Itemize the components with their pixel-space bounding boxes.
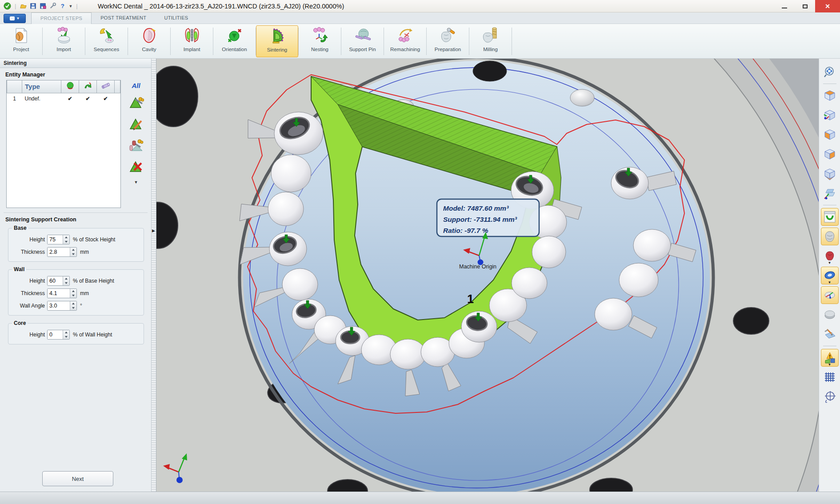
view-bottom-button[interactable] <box>821 165 839 183</box>
volume-tooltip: Model: 7487.60 mm³ Support: -7311.94 mm³… <box>437 199 539 236</box>
help-icon[interactable]: ? <box>59 2 66 10</box>
core-height-input[interactable] <box>48 330 63 339</box>
view-left-button[interactable] <box>821 126 839 144</box>
core-group: Core Height % of Wall Height <box>8 320 144 344</box>
stock-display-button[interactable]: ▼ <box>821 267 839 284</box>
select-all-link[interactable]: All <box>132 82 140 89</box>
ribbon-tabbar: ▼ PROJECT STEPS POST TREATMENT UTILITIES <box>0 12 840 24</box>
origin-display-button[interactable] <box>821 286 839 304</box>
sintering-icon <box>268 27 286 45</box>
ribbon-item-support-pin[interactable]: Support Pin <box>341 25 384 57</box>
divider <box>823 84 836 84</box>
open-folder-icon[interactable] <box>20 2 27 10</box>
blank-disc-icon <box>823 308 836 321</box>
ribbon-item-import[interactable]: Import <box>43 25 85 57</box>
ribbon-item-sequences[interactable]: Sequences <box>85 25 128 57</box>
titlebar: | ? ▼ | WorkNC Dental _ 2014-06-13-zir23… <box>0 0 840 12</box>
visibility-check[interactable]: ✔ <box>61 93 79 104</box>
wall-angle-input[interactable] <box>48 301 70 310</box>
show-model-button[interactable] <box>821 228 839 245</box>
ribbon-item-orientation[interactable]: Orientation <box>213 25 256 57</box>
wall-angle-stepper[interactable] <box>70 301 76 310</box>
compass-display-button[interactable] <box>821 388 839 406</box>
next-button[interactable]: Next <box>42 471 113 486</box>
support-pin-tools-button[interactable] <box>128 137 144 153</box>
support-column-header[interactable] <box>79 80 97 93</box>
tab-utilities[interactable]: UTILITIES <box>155 12 197 24</box>
panel-splitter[interactable]: ▶ <box>151 59 156 492</box>
collision-check-button[interactable]: ▼ <box>821 349 839 367</box>
blank-display-button[interactable] <box>821 306 839 324</box>
show-stock-button[interactable]: ▼ <box>821 247 839 265</box>
view-top-button[interactable] <box>821 87 839 104</box>
wall-thickness-input[interactable] <box>48 289 70 298</box>
separator: | <box>13 3 17 9</box>
entity-manager-title: Entity Manager <box>5 72 151 78</box>
ribbon-item-milling[interactable]: Milling <box>469 25 512 57</box>
entity-row-type: Undef. <box>22 93 61 104</box>
entity-table[interactable]: Type 1 Undef. ✔ ✔ <box>6 80 121 208</box>
wall-height-stepper[interactable] <box>63 276 69 285</box>
chevron-down-icon[interactable]: ▼ <box>828 281 832 284</box>
tab-project-steps[interactable]: PROJECT STEPS <box>31 12 92 24</box>
ribbon-item-remachining[interactable]: Remachining <box>384 25 426 57</box>
chevron-down-icon[interactable]: ▼ <box>828 261 832 265</box>
close-button[interactable]: ✕ <box>815 0 840 12</box>
type-column-header[interactable]: Type <box>22 80 61 93</box>
base-thickness-input[interactable] <box>48 248 70 256</box>
pin-check[interactable]: ✔ <box>97 93 115 104</box>
ribbon-item-nesting[interactable]: Nesting <box>299 25 341 57</box>
wall-height-input[interactable] <box>48 276 63 285</box>
ribbon-item-implant[interactable]: Implant <box>171 25 213 57</box>
base-height-stepper[interactable] <box>63 235 69 244</box>
wall-thickness-stepper[interactable] <box>70 289 76 298</box>
ribbon-toolbar: Project Import Sequences Cavity Implant … <box>0 24 840 59</box>
viewport-3d[interactable]: Model: 7487.60 mm³ Support: -7311.94 mm³… <box>156 59 819 492</box>
plate-hole-top <box>473 61 507 81</box>
minimize-button[interactable] <box>774 0 795 12</box>
app-menu-button[interactable]: ▼ <box>4 14 26 23</box>
create-support-button[interactable] <box>128 95 144 111</box>
ribbon-item-sintering[interactable]: Sintering <box>256 25 298 57</box>
statusbar <box>0 492 840 504</box>
zoom-fit-button[interactable] <box>821 63 839 81</box>
edit-support-button[interactable] <box>128 116 144 132</box>
ribbon-item-cavity[interactable]: Cavity <box>128 25 170 57</box>
chevron-down-icon[interactable]: ▼ <box>828 363 832 367</box>
edit-plane-button[interactable] <box>821 325 839 343</box>
ribbon-item-project[interactable]: Project <box>0 25 42 57</box>
maximize-button[interactable] <box>795 0 815 12</box>
entity-row[interactable]: 1 Undef. ✔ ✔ ✔ <box>7 93 120 104</box>
core-height-stepper[interactable] <box>63 330 69 339</box>
support-creation-title: Sintering Support Creation <box>5 216 151 223</box>
view-iso-button[interactable] <box>821 106 839 124</box>
wall-group: Wall Height % of Base Height Thickness m… <box>8 266 144 316</box>
tools-icon[interactable] <box>49 2 56 10</box>
base-height-label: Height <box>11 236 45 243</box>
grid-display-button[interactable] <box>821 368 839 386</box>
visibility-column-header[interactable] <box>61 80 79 93</box>
pin-column-header[interactable] <box>97 80 115 93</box>
machine-origin-label: Machine Origin <box>459 264 496 270</box>
ribbon-item-preparation[interactable]: Preparation <box>427 25 469 57</box>
support-check[interactable]: ✔ <box>79 93 97 104</box>
view-planes-button[interactable] <box>821 184 839 202</box>
collapse-panel-icon[interactable]: ▶ <box>152 228 155 233</box>
wall-thickness-label: Thickness <box>11 290 45 296</box>
base-height-input[interactable] <box>48 235 63 244</box>
chevron-down-icon: ▼ <box>16 16 20 20</box>
divider <box>4 212 148 213</box>
tab-post-treatment[interactable]: POST TREATMENT <box>92 12 155 24</box>
scene-3d: Model: 7487.60 mm³ Support: -7311.94 mm³… <box>156 59 819 492</box>
view-right-button[interactable] <box>821 145 839 163</box>
show-arch-button[interactable] <box>821 208 839 226</box>
import-icon <box>55 27 73 44</box>
delete-support-button[interactable] <box>128 159 144 175</box>
save-icon[interactable] <box>29 2 37 10</box>
base-thickness-stepper[interactable] <box>70 248 76 256</box>
implant-icon <box>183 27 201 44</box>
wall-angle-label: Wall Angle <box>11 303 45 309</box>
qat-dropdown-icon[interactable]: ▼ <box>68 4 72 8</box>
save-as-icon[interactable] <box>39 2 47 10</box>
more-actions-icon[interactable]: ▼ <box>134 180 138 184</box>
